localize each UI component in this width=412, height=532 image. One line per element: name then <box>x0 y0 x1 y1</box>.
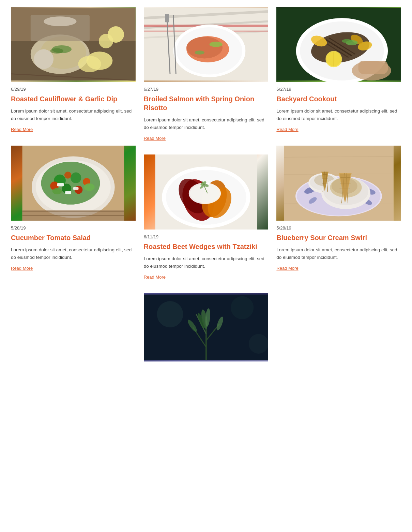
svg-point-76 <box>249 334 269 354</box>
card-title-salmon: Broiled Salmon with Spring Onion Risotto <box>144 94 269 112</box>
card-image-cucumber <box>11 146 136 221</box>
card-image-salmon <box>144 7 269 82</box>
card-title-blueberry: Blueberry Sour Cream Swirl <box>276 233 401 242</box>
card-cauliflower: 6/29/19 Roasted Cauliflower & Garlic Dip… <box>11 7 136 133</box>
column-1: 6/29/19 Roasted Cauliflower & Garlic Dip… <box>7 7 140 379</box>
svg-point-18 <box>41 162 100 205</box>
read-more-cookout[interactable]: Read More <box>276 127 298 132</box>
card-image-cauliflower <box>11 7 136 82</box>
svg-point-25 <box>64 172 71 178</box>
svg-rect-96 <box>358 61 388 74</box>
card-body-cauliflower: Lorem ipsum dolor sit amet, consectetur … <box>11 107 136 122</box>
card-body-cookout: Lorem ipsum dolor sit amet, consectetur … <box>276 107 401 122</box>
read-more-beet[interactable]: Read More <box>144 275 166 280</box>
card-herb <box>144 293 269 366</box>
svg-point-11 <box>99 34 113 48</box>
svg-point-20 <box>71 173 81 183</box>
svg-point-7 <box>78 56 101 72</box>
svg-point-29 <box>84 183 94 191</box>
svg-point-44 <box>186 37 223 59</box>
card-date-blueberry: 5/28/19 <box>276 225 401 231</box>
card-body-cucumber: Lorem ipsum dolor sit amet, consectetur … <box>11 246 136 261</box>
read-more-cucumber[interactable]: Read More <box>11 266 33 271</box>
card-blueberry: 5/28/19 Blueberry Sour Cream Swirl Lorem… <box>276 146 401 272</box>
card-body-beet: Lorem ipsum dolor sit amet, consectetur … <box>144 255 269 270</box>
svg-point-13 <box>50 48 63 54</box>
card-title-cauliflower: Roasted Cauliflower & Garlic Dip <box>11 94 136 103</box>
card-salmon: 6/27/19 Broiled Salmon with Spring Onion… <box>144 7 269 142</box>
svg-point-94 <box>342 39 352 43</box>
read-more-salmon[interactable]: Read More <box>144 136 166 141</box>
card-date-cucumber: 5/28/19 <box>11 225 136 231</box>
svg-point-75 <box>231 296 254 319</box>
card-cucumber: 5/28/19 Cucumber Tomato Salad Lorem ipsu… <box>11 146 136 272</box>
card-date-beet: 6/11/19 <box>144 234 269 239</box>
svg-rect-28 <box>65 191 71 194</box>
card-body-salmon: Lorem ipsum dolor sit amet, consectetur … <box>144 116 269 131</box>
card-title-cucumber: Cucumber Tomato Salad <box>11 233 136 242</box>
card-title-beet: Roasted Beet Wedges with Tzatziki <box>144 242 269 251</box>
card-image-herb <box>144 293 269 361</box>
column-3: 6/27/19 Backyard Cookout Lorem ipsum dol… <box>272 7 405 379</box>
read-more-blueberry[interactable]: Read More <box>276 266 298 271</box>
card-image-cookout <box>276 7 401 82</box>
column-2: 6/27/19 Broiled Salmon with Spring Onion… <box>140 7 273 379</box>
card-body-blueberry: Lorem ipsum dolor sit amet, consectetur … <box>276 246 401 261</box>
svg-rect-26 <box>57 183 64 186</box>
svg-point-46 <box>195 50 204 55</box>
card-image-beet <box>144 154 269 230</box>
card-cookout: 6/27/19 Backyard Cookout Lorem ipsum dol… <box>276 7 401 133</box>
svg-point-45 <box>209 42 222 47</box>
card-date-cauliflower: 6/29/19 <box>11 87 136 92</box>
svg-rect-27 <box>73 187 79 190</box>
card-date-salmon: 6/27/19 <box>144 87 269 92</box>
read-more-cauliflower[interactable]: Read More <box>11 127 33 132</box>
card-image-blueberry <box>276 146 401 221</box>
recipe-grid: 6/29/19 Roasted Cauliflower & Garlic Dip… <box>0 0 412 385</box>
svg-point-9 <box>44 16 76 26</box>
svg-rect-49 <box>165 14 169 22</box>
card-beet: 6/11/19 Roasted Beet Wedges with Tzatzik… <box>144 154 269 281</box>
svg-point-5 <box>34 49 54 69</box>
card-title-cookout: Backyard Cookout <box>276 94 401 103</box>
svg-point-30 <box>52 188 62 194</box>
svg-point-74 <box>157 301 183 327</box>
card-date-cookout: 6/27/19 <box>276 87 401 92</box>
